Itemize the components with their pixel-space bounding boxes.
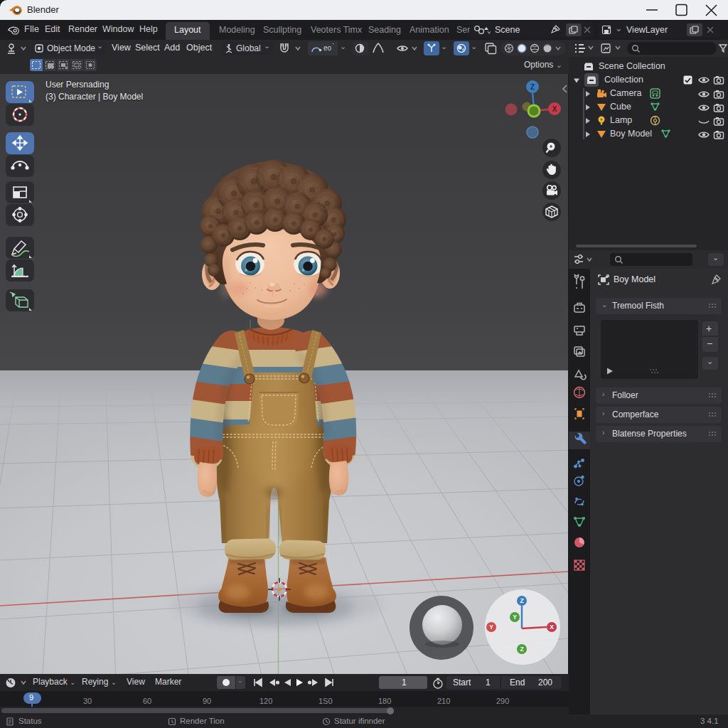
svg-text:X: X — [550, 623, 554, 631]
svg-text:Z: Z — [530, 83, 535, 91]
svg-text:Z: Z — [520, 597, 523, 604]
svg-text:X: X — [552, 105, 557, 113]
svg-text:Z: Z — [520, 646, 523, 653]
svg-text:Y: Y — [489, 623, 493, 631]
svg-text:Y: Y — [513, 614, 517, 621]
